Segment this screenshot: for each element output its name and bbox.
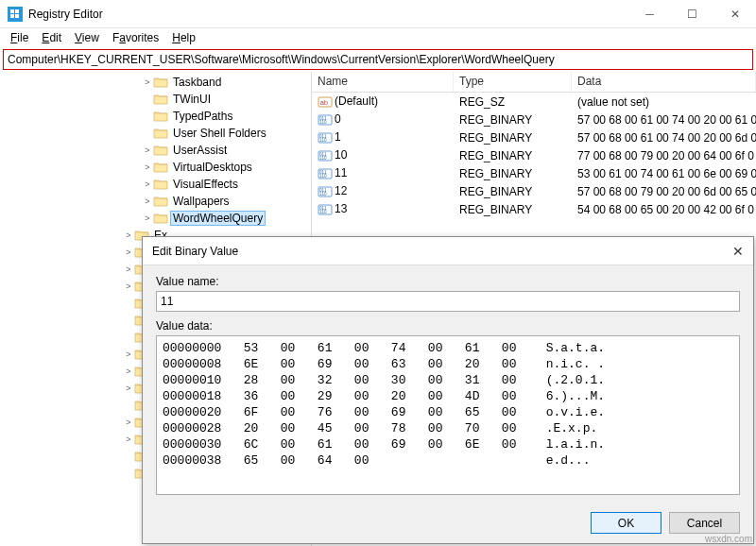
folder-icon xyxy=(153,93,168,106)
cancel-button[interactable]: Cancel xyxy=(669,512,740,534)
svg-text:110: 110 xyxy=(319,192,327,196)
tree-toggle-icon[interactable]: > xyxy=(142,145,153,155)
binary-value-icon: 011110 xyxy=(318,148,333,163)
tree-toggle-icon[interactable]: > xyxy=(123,435,134,444)
address-text: Computer\HKEY_CURRENT_USER\Software\Micr… xyxy=(8,53,555,66)
folder-icon xyxy=(153,76,168,89)
dialog-close-button[interactable]: ✕ xyxy=(732,244,744,259)
menubar: File Edit View Favorites Help xyxy=(0,28,756,47)
tree-toggle-icon[interactable]: > xyxy=(123,264,134,274)
list-header: Name Type Data xyxy=(312,72,756,93)
col-header-name[interactable]: Name xyxy=(312,72,454,92)
value-name: (Default) xyxy=(335,94,378,108)
maximize-button[interactable]: ☐ xyxy=(671,0,713,28)
value-data: 77 00 68 00 79 00 20 00 64 00 6f 0 xyxy=(572,148,756,163)
tree-item[interactable]: >VirtualDesktops xyxy=(0,159,311,176)
watermark: wsxdn.com xyxy=(705,534,752,544)
tree-item[interactable]: >UserAssist xyxy=(0,142,311,159)
value-type: REG_SZ xyxy=(454,94,572,110)
address-bar[interactable]: Computer\HKEY_CURRENT_USER\Software\Micr… xyxy=(3,49,753,70)
svg-text:110: 110 xyxy=(319,120,327,125)
list-row[interactable]: 01111010REG_BINARY77 00 68 00 79 00 20 0… xyxy=(312,146,756,164)
value-type: REG_BINARY xyxy=(454,148,572,163)
folder-icon xyxy=(153,178,168,191)
tree-toggle-icon[interactable]: > xyxy=(142,213,153,223)
value-name-input[interactable] xyxy=(156,291,740,312)
list-row[interactable]: 01111013REG_BINARY54 00 68 00 65 00 20 0… xyxy=(312,200,756,218)
tree-label: User Shell Folders xyxy=(170,126,269,141)
tree-toggle-icon[interactable]: > xyxy=(123,350,134,359)
svg-rect-3 xyxy=(15,14,19,18)
menu-help[interactable]: Help xyxy=(165,29,202,46)
value-data: 57 00 68 00 79 00 20 00 6d 00 65 0 xyxy=(572,184,756,199)
value-type: REG_BINARY xyxy=(454,130,572,145)
value-data: 57 00 68 00 61 00 74 00 20 00 61 0 xyxy=(572,112,756,128)
menu-file[interactable]: File xyxy=(4,29,35,46)
value-data: (value not set) xyxy=(572,94,756,110)
tree-item[interactable]: >WordWheelQuery xyxy=(0,210,311,227)
tree-toggle-icon[interactable]: > xyxy=(142,179,153,189)
tree-toggle-icon[interactable]: > xyxy=(123,418,134,427)
list-rows: ab(Default)REG_SZ(value not set)0111100R… xyxy=(312,93,756,218)
minimize-button[interactable]: ─ xyxy=(628,0,671,28)
tree-label: VirtualDesktops xyxy=(170,160,255,175)
ok-button[interactable]: OK xyxy=(591,512,662,534)
tree-label: UserAssist xyxy=(170,143,230,158)
menu-favorites[interactable]: Favorites xyxy=(106,29,165,46)
list-row[interactable]: ab(Default)REG_SZ(value not set) xyxy=(312,93,756,111)
tree-label: TypedPaths xyxy=(170,109,235,124)
value-type: REG_BINARY xyxy=(454,184,572,199)
value-data: 57 00 68 00 61 00 74 00 20 00 6d 0 xyxy=(572,130,756,145)
folder-icon xyxy=(153,212,168,225)
value-name: 13 xyxy=(335,202,347,215)
list-row[interactable]: 0111101REG_BINARY57 00 68 00 61 00 74 00… xyxy=(312,128,756,146)
tree-label: TWinUI xyxy=(170,92,214,107)
tree-toggle-icon[interactable]: > xyxy=(142,196,153,206)
col-header-type[interactable]: Type xyxy=(454,72,572,92)
tree-item[interactable]: >Taskband xyxy=(0,74,311,91)
tree-toggle-icon[interactable]: > xyxy=(123,384,134,393)
binary-value-icon: 011110 xyxy=(318,202,333,217)
svg-text:110: 110 xyxy=(319,210,327,214)
window-title: Registry Editor xyxy=(28,8,103,21)
value-data-hex[interactable]: 00000000 53 00 61 00 74 00 61 00 S.a.t.a… xyxy=(156,335,740,495)
tree-toggle-icon[interactable]: > xyxy=(142,77,153,87)
tree-item[interactable]: >Wallpapers xyxy=(0,193,311,210)
svg-text:ab: ab xyxy=(320,99,328,106)
tree-label: WordWheelQuery xyxy=(170,211,266,226)
tree-label: Wallpapers xyxy=(170,194,232,209)
col-header-data[interactable]: Data xyxy=(572,72,756,92)
tree-toggle-icon[interactable]: > xyxy=(123,247,134,257)
tree-toggle-icon[interactable]: > xyxy=(123,282,134,291)
value-data: 53 00 61 00 74 00 61 00 6e 00 69 0 xyxy=(572,166,756,181)
menu-edit[interactable]: Edit xyxy=(35,29,68,46)
value-name: 1 xyxy=(335,130,341,144)
list-row[interactable]: 01111012REG_BINARY57 00 68 00 79 00 20 0… xyxy=(312,182,756,200)
value-name: 11 xyxy=(335,166,347,179)
list-row[interactable]: 01111011REG_BINARY53 00 61 00 74 00 61 0… xyxy=(312,164,756,182)
app-icon xyxy=(8,7,23,22)
tree-label: VisualEffects xyxy=(170,177,241,192)
dialog-buttons: OK Cancel xyxy=(143,504,753,543)
tree-item[interactable]: TypedPaths xyxy=(0,108,311,125)
folder-icon xyxy=(153,161,168,174)
tree-toggle-icon[interactable]: > xyxy=(123,367,134,376)
svg-text:110: 110 xyxy=(319,156,327,161)
tree-item[interactable]: >VisualEffects xyxy=(0,176,311,193)
tree-item[interactable]: User Shell Folders xyxy=(0,125,311,142)
close-button[interactable]: ✕ xyxy=(713,0,756,28)
folder-icon xyxy=(153,110,168,123)
svg-rect-2 xyxy=(10,14,14,18)
value-type: REG_BINARY xyxy=(454,112,572,128)
menu-view[interactable]: View xyxy=(68,29,106,46)
tree-item[interactable]: TWinUI xyxy=(0,91,311,108)
folder-icon xyxy=(153,195,168,208)
list-row[interactable]: 0111100REG_BINARY57 00 68 00 61 00 74 00… xyxy=(312,111,756,128)
tree-toggle-icon[interactable]: > xyxy=(123,230,134,240)
value-data: 54 00 68 00 65 00 20 00 42 00 6f 0 xyxy=(572,202,756,217)
titlebar: Registry Editor ─ ☐ ✕ xyxy=(0,0,756,28)
edit-binary-dialog: Edit Binary Value ✕ Value name: Value da… xyxy=(142,236,754,544)
tree-toggle-icon[interactable]: > xyxy=(142,162,153,172)
folder-icon xyxy=(153,144,168,157)
svg-text:110: 110 xyxy=(319,138,327,143)
